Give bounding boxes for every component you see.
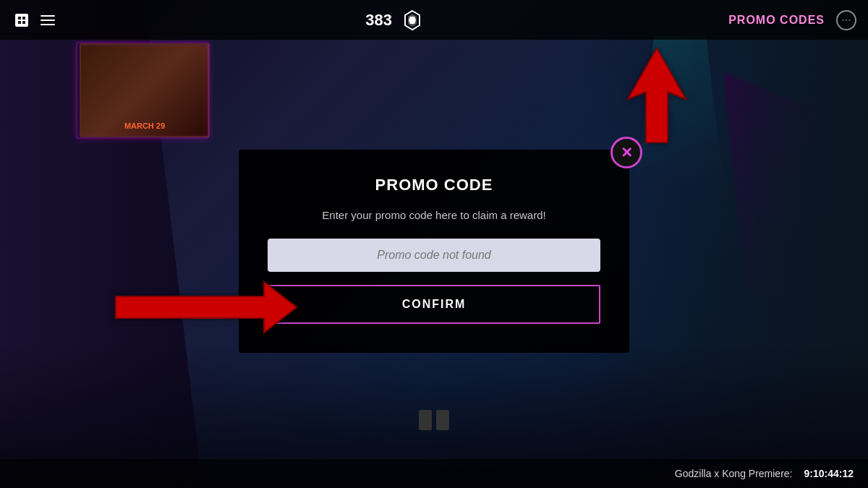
svg-marker-8 — [628, 48, 686, 142]
modal-subtitle: Enter your promo code here to claim a re… — [268, 209, 600, 221]
modal-overlay: ✕ PROMO CODE Enter your promo code here … — [0, 0, 868, 488]
arrow-left-indicator — [112, 275, 300, 343]
promo-code-input[interactable] — [268, 239, 600, 272]
confirm-button[interactable]: CONFIRM — [268, 285, 600, 324]
svg-marker-9 — [116, 282, 297, 333]
modal-title: PROMO CODE — [268, 176, 600, 194]
arrow-up-indicator — [624, 45, 689, 149]
